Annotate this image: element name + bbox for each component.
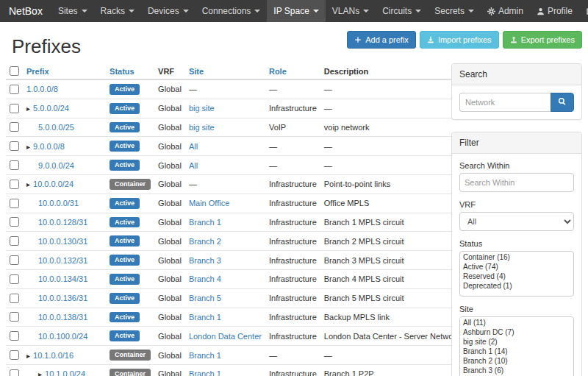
select-all-checkbox[interactable] (10, 66, 19, 76)
select-option[interactable]: big site (2) (461, 337, 573, 347)
site-link[interactable]: Branch 5 (189, 294, 221, 302)
site-link[interactable]: Branch 1 (189, 351, 221, 360)
site-link[interactable]: Branch 3 (189, 256, 221, 265)
search-input[interactable] (459, 93, 551, 112)
row-checkbox[interactable] (10, 312, 19, 322)
status-badge: Active (110, 160, 140, 171)
site-link[interactable]: London Data Center (189, 332, 262, 341)
content-row: PrefixStatusVRFSiteRoleDescription 1.0.0… (6, 62, 582, 376)
prefix-link[interactable]: 10.0.0.0/24 (33, 180, 74, 188)
site-link[interactable]: big site (189, 104, 215, 113)
expand-arrow-icon[interactable]: ▸ (38, 370, 42, 376)
table-row: 10.0.0.132/31ActiveGlobalBranch 3Infrast… (6, 251, 463, 270)
import-prefixes-button[interactable]: Import prefixes (420, 31, 499, 49)
site-link[interactable]: Main Office (189, 199, 229, 207)
nav-item-ip-space[interactable]: IP Space (267, 0, 325, 22)
vrf-cell: Global (154, 364, 185, 376)
column-header-role[interactable]: Role (265, 63, 320, 79)
prefix-link[interactable]: 10.0.0.134/31 (38, 274, 87, 283)
row-checkbox[interactable] (10, 255, 19, 265)
search-within-input[interactable] (459, 173, 574, 192)
site-link[interactable]: All (189, 161, 198, 170)
prefix-link[interactable]: 10.0.0.132/31 (38, 256, 87, 265)
nav-item-devices[interactable]: Devices (141, 0, 196, 22)
nav-item-profile[interactable]: Profile (530, 0, 579, 22)
row-checkbox[interactable] (10, 85, 19, 94)
role-cell: Infrastructure (265, 364, 320, 376)
select-option[interactable]: Ashburn DC (7) (461, 327, 573, 337)
table-header: PrefixStatusVRFSiteRoleDescription (6, 63, 463, 79)
nav-item-circuits[interactable]: Circuits (376, 0, 428, 22)
select-option[interactable]: Branch 1 (14) (461, 347, 573, 356)
row-checkbox[interactable] (10, 180, 19, 189)
row-checkbox[interactable] (10, 160, 19, 170)
nav-item-secrets[interactable]: Secrets (428, 0, 481, 22)
search-button[interactable] (551, 93, 574, 112)
status-multiselect[interactable]: Container (16)Active (74)Reserved (4)Dep… (459, 251, 574, 297)
select-option[interactable]: Branch 3 (6) (461, 366, 573, 375)
nav-item-connections[interactable]: Connections (196, 0, 268, 22)
row-checkbox[interactable] (10, 122, 19, 132)
column-header-site[interactable]: Site (185, 63, 265, 79)
nav-item-label: Circuits (382, 6, 412, 16)
column-header-status[interactable]: Status (106, 63, 154, 79)
row-checkbox[interactable] (10, 274, 19, 284)
row-checkbox[interactable] (10, 217, 19, 227)
prefix-link[interactable]: 5.0.0.0/24 (33, 104, 69, 113)
expand-arrow-icon[interactable]: ▸ (26, 180, 30, 188)
site-link[interactable]: All (189, 142, 198, 151)
prefix-link[interactable]: 10.0.0.138/31 (38, 313, 87, 322)
prefix-link[interactable]: 10.0.0.128/31 (38, 218, 87, 227)
description-cell: voip network (320, 118, 464, 137)
prefix-link[interactable]: 10.0.0.0/31 (38, 199, 79, 207)
select-option[interactable]: Reserved (4) (461, 272, 573, 281)
vrf-select[interactable]: All (459, 212, 574, 231)
site-link[interactable]: Branch 1 (189, 218, 221, 227)
site-link[interactable]: Branch 1 (189, 313, 221, 322)
description-cell: — (320, 99, 464, 118)
row-checkbox[interactable] (10, 236, 19, 246)
nav-item-log-out[interactable]: Log out (579, 0, 588, 22)
site-link[interactable]: Branch 1 (189, 369, 221, 376)
row-checkbox[interactable] (10, 104, 19, 113)
prefix-link[interactable]: 9.0.0.0/8 (33, 142, 65, 151)
status-cell: Active (106, 194, 154, 213)
prefix-link[interactable]: 10.0.0.136/31 (38, 294, 87, 302)
export-prefixes-button[interactable]: Export prefixes (503, 31, 582, 49)
row-checkbox[interactable] (10, 369, 19, 376)
prefix-link[interactable]: 10.1.0.0/16 (33, 351, 74, 360)
expand-arrow-icon[interactable]: ▸ (26, 352, 30, 360)
add-a-prefix-button[interactable]: Add a prefix (347, 31, 416, 49)
site-link[interactable]: Branch 2 (189, 237, 221, 246)
status-badge: Container (110, 369, 151, 376)
nav-item-admin[interactable]: Admin (481, 0, 530, 22)
select-option[interactable]: Branch 2 (10) (461, 356, 573, 366)
site-link[interactable]: big site (189, 123, 215, 132)
select-option[interactable]: Deprecated (1) (461, 281, 573, 291)
nav-item-vlans[interactable]: VLANs (326, 0, 376, 22)
site-link[interactable]: Branch 4 (189, 274, 221, 283)
row-checkbox[interactable] (10, 141, 19, 151)
column-header-prefix[interactable]: Prefix (23, 63, 106, 79)
select-option[interactable]: Container (16) (461, 252, 573, 262)
prefix-link[interactable]: 1.0.0.0/8 (26, 85, 58, 93)
select-option[interactable]: Active (74) (461, 262, 573, 272)
site-multiselect[interactable]: All (11)Ashburn DC (7)big site (2)Branch… (459, 316, 574, 376)
row-checkbox[interactable] (10, 350, 19, 360)
expand-arrow-icon[interactable]: ▸ (26, 104, 30, 113)
app-brand[interactable]: NetBox (0, 0, 51, 22)
row-checkbox[interactable] (10, 294, 19, 303)
nav-item-racks[interactable]: Racks (94, 0, 141, 22)
select-option[interactable]: All (11) (461, 318, 573, 327)
prefix-link[interactable]: 5.0.0.0/25 (38, 123, 74, 132)
row-checkbox[interactable] (10, 199, 19, 208)
prefix-link[interactable]: 9.0.0.0/24 (38, 161, 74, 170)
row-checkbox[interactable] (10, 331, 19, 341)
description-cell: — (320, 346, 464, 365)
expand-arrow-icon[interactable]: ▸ (26, 143, 30, 151)
nav-item-sites[interactable]: Sites (51, 0, 94, 22)
prefix-link[interactable]: 10.0.0.130/31 (38, 237, 87, 246)
prefix-link[interactable]: 10.0.100.0/24 (38, 332, 87, 341)
prefix-link[interactable]: 10.1.0.0/24 (45, 369, 85, 376)
vrf-cell: Global (154, 213, 185, 232)
